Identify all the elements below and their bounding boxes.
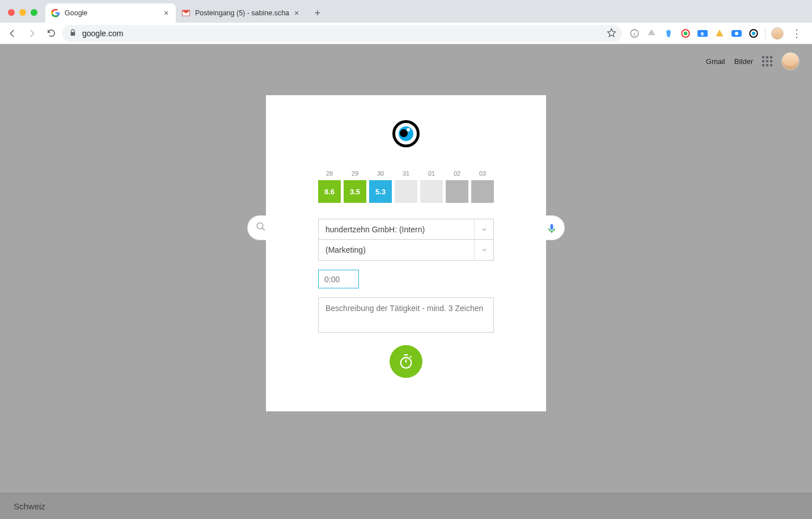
google-apps-icon[interactable] xyxy=(762,56,772,66)
svg-point-7 xyxy=(735,32,738,35)
ext-info-icon[interactable] xyxy=(629,28,640,39)
tab-title: Google xyxy=(65,9,162,17)
ext-eye-icon[interactable] xyxy=(748,28,759,39)
day-02[interactable]: 02 xyxy=(446,170,468,203)
start-timer-button[interactable] xyxy=(390,345,422,378)
day-01[interactable]: 01 xyxy=(420,170,443,203)
ext-video-icon[interactable] xyxy=(731,28,742,39)
footer: Schweiz xyxy=(0,493,812,519)
svg-point-3 xyxy=(684,31,688,35)
bilder-link[interactable]: Bilder xyxy=(734,57,753,66)
moco-logo-icon xyxy=(392,120,420,147)
browser-tab-strip: Google × Posteingang (5) - sabine.scha ×… xyxy=(0,0,812,23)
reload-button[interactable] xyxy=(43,25,59,41)
gmail-favicon-icon xyxy=(181,8,191,18)
day-box[interactable]: 8.6 xyxy=(318,180,341,203)
day-box[interactable] xyxy=(420,180,443,203)
close-tab-icon[interactable]: × xyxy=(293,9,301,17)
new-tab-button[interactable]: + xyxy=(310,5,325,21)
tab-google[interactable]: Google × xyxy=(45,3,176,23)
extension-icons: ⛓ ⋮ xyxy=(625,27,807,40)
divider xyxy=(765,28,766,39)
ext-brave-icon[interactable] xyxy=(663,28,674,39)
svg-point-11 xyxy=(401,358,412,368)
day-box[interactable] xyxy=(446,180,468,203)
svg-text:⛓: ⛓ xyxy=(701,32,704,36)
day-box[interactable] xyxy=(395,180,417,203)
back-button[interactable] xyxy=(5,25,20,41)
gmail-link[interactable]: Gmail xyxy=(706,57,725,66)
day-29[interactable]: 29 3.5 xyxy=(344,170,366,203)
day-box[interactable]: 3.5 xyxy=(344,180,366,203)
ext-drive-icon[interactable] xyxy=(646,28,657,39)
ext-colorful-icon[interactable] xyxy=(680,28,691,39)
forward-button[interactable] xyxy=(24,25,40,41)
address-bar[interactable]: google.com xyxy=(62,25,622,42)
day-03[interactable]: 03 xyxy=(471,170,494,203)
day-31[interactable]: 31 xyxy=(395,170,417,203)
ext-warning-icon[interactable] xyxy=(714,28,725,39)
close-tab-icon[interactable]: × xyxy=(162,9,170,17)
time-entry-form: hundertzehn GmbH: (Intern) (Marketing) xyxy=(318,219,494,378)
client-select-value: hundertzehn GmbH: (Intern) xyxy=(319,225,432,234)
close-window-icon[interactable] xyxy=(8,9,15,16)
svg-point-9 xyxy=(752,32,755,35)
window-controls xyxy=(0,9,45,23)
voice-search-icon[interactable] xyxy=(546,223,556,233)
google-header-links: Gmail Bilder xyxy=(706,52,800,70)
day-selector: 28 8.6 29 3.5 30 5.3 31 01 02 03 xyxy=(318,170,494,203)
account-avatar[interactable] xyxy=(781,52,800,70)
day-box[interactable] xyxy=(471,180,494,203)
search-icon xyxy=(256,222,266,234)
lock-icon xyxy=(69,29,77,38)
browser-toolbar: google.com ⛓ ⋮ xyxy=(0,23,812,44)
project-select-value: (Marketing) xyxy=(319,245,373,254)
profile-avatar[interactable] xyxy=(771,27,784,40)
tabs: Google × Posteingang (5) - sabine.scha ×… xyxy=(45,0,325,23)
day-box[interactable]: 5.3 xyxy=(369,180,392,203)
time-tracking-modal: 28 8.6 29 3.5 30 5.3 31 01 02 03 hu xyxy=(266,95,546,411)
description-textarea[interactable] xyxy=(318,297,494,333)
time-input[interactable] xyxy=(318,270,359,288)
tab-title: Posteingang (5) - sabine.scha xyxy=(195,9,293,17)
google-favicon-icon xyxy=(51,8,60,18)
project-select[interactable]: (Marketing) xyxy=(318,240,494,261)
chevron-down-icon xyxy=(474,219,493,239)
fullscreen-window-icon[interactable] xyxy=(31,9,37,16)
url-text: google.com xyxy=(82,29,123,38)
stopwatch-icon xyxy=(398,354,414,369)
footer-country: Schweiz xyxy=(14,501,45,511)
ext-zoom-icon[interactable]: ⛓ xyxy=(697,28,708,39)
day-30[interactable]: 30 5.3 xyxy=(369,170,392,203)
chevron-down-icon xyxy=(474,240,493,260)
browser-menu-icon[interactable]: ⋮ xyxy=(789,27,804,40)
tab-gmail[interactable]: Posteingang (5) - sabine.scha × xyxy=(176,3,306,23)
minimize-window-icon[interactable] xyxy=(19,9,26,16)
day-28[interactable]: 28 8.6 xyxy=(318,170,341,203)
svg-point-10 xyxy=(257,223,263,229)
client-select[interactable]: hundertzehn GmbH: (Intern) xyxy=(318,219,494,240)
bookmark-star-icon[interactable] xyxy=(607,28,616,39)
